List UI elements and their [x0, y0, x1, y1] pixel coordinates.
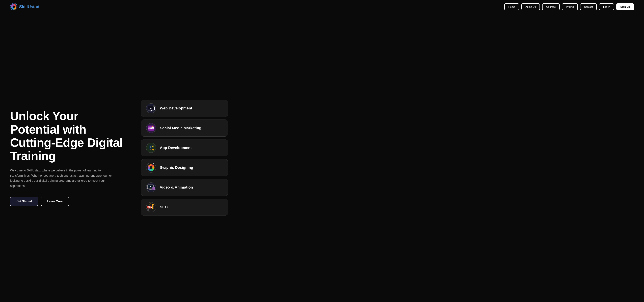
seo-icon: SEO	[146, 202, 156, 213]
svg-point-33	[150, 166, 152, 169]
svg-point-58	[147, 209, 149, 211]
logo[interactable]: SkillUstad	[10, 3, 40, 10]
svg-point-50	[152, 204, 154, 205]
hero-title: Unlock Your Potential with Cutting-Edge …	[10, 109, 128, 163]
get-started-button[interactable]: Get Started	[10, 197, 38, 206]
course-card-web-dev[interactable]: </> Web Development	[141, 100, 228, 117]
svg-point-1	[12, 5, 15, 8]
web-dev-label: Web Development	[160, 106, 192, 110]
app-dev-icon	[146, 142, 156, 153]
svg-rect-53	[153, 206, 154, 206]
hero-buttons: Get Started Learn More	[10, 197, 128, 206]
svg-point-61	[150, 204, 150, 205]
svg-rect-54	[152, 208, 153, 209]
app-dev-label: App Development	[160, 146, 192, 150]
svg-rect-11	[154, 107, 154, 107]
web-dev-icon: </>	[146, 103, 156, 114]
hero-section: Unlock Your Potential with Cutting-Edge …	[0, 13, 644, 302]
navbar: SkillUstad Home About Us Courses Pricing…	[0, 0, 644, 13]
svg-rect-45	[153, 188, 153, 189]
nav-pricing[interactable]: Pricing	[562, 3, 578, 10]
smm-icon: SOCIAL MEDIA SMM	[146, 123, 156, 133]
logo-icon	[10, 3, 18, 10]
svg-rect-43	[153, 187, 153, 188]
svg-point-26	[152, 149, 154, 150]
learn-more-button[interactable]: Learn More	[41, 197, 69, 206]
course-card-video[interactable]: Video & Animation	[141, 179, 228, 196]
svg-rect-44	[154, 187, 154, 188]
svg-text:</>: </>	[149, 107, 152, 109]
svg-point-60	[150, 203, 151, 204]
svg-rect-55	[153, 208, 154, 209]
svg-rect-41	[150, 189, 152, 190]
svg-rect-47	[153, 189, 153, 190]
svg-rect-27	[153, 150, 154, 151]
course-card-smm[interactable]: SOCIAL MEDIA SMM Social Media Marketing	[141, 119, 228, 137]
course-card-app-dev[interactable]: App Development	[141, 139, 228, 156]
nav-about[interactable]: About Us	[522, 3, 540, 10]
nav-contact[interactable]: Contact	[580, 3, 597, 10]
graphic-icon	[146, 162, 156, 173]
smm-label: Social Media Marketing	[160, 126, 202, 130]
svg-text:SEO: SEO	[148, 206, 152, 208]
svg-rect-48	[154, 189, 154, 190]
svg-rect-7	[150, 111, 152, 111]
graphic-label: Graphic Designing	[160, 165, 193, 170]
svg-point-23	[150, 149, 151, 149]
course-card-seo[interactable]: SEO SEO	[141, 199, 228, 216]
nav-links: Home About Us Courses Pricing Contact Lo…	[504, 3, 634, 10]
svg-text:SMM: SMM	[150, 127, 154, 129]
seo-label: SEO	[160, 205, 168, 209]
nav-home[interactable]: Home	[504, 3, 519, 10]
video-icon	[146, 182, 156, 193]
video-label: Video & Animation	[160, 185, 193, 190]
svg-rect-13	[154, 106, 155, 106]
hero-left: Unlock Your Potential with Cutting-Edge …	[10, 109, 128, 206]
hero-description: Welcome to SkillUstad, where we believe …	[10, 168, 114, 188]
svg-point-24	[152, 145, 154, 148]
course-card-graphic[interactable]: Graphic Designing	[141, 159, 228, 176]
login-button[interactable]: Log in	[599, 3, 614, 10]
svg-rect-46	[154, 188, 154, 189]
nav-courses[interactable]: Courses	[542, 3, 560, 10]
svg-rect-12	[152, 106, 153, 106]
svg-point-62	[152, 203, 152, 204]
course-list: </> Web Development	[141, 100, 228, 216]
signup-button[interactable]: Sign Up	[616, 3, 634, 10]
logo-text: SkillUstad	[19, 4, 40, 9]
svg-rect-10	[154, 105, 154, 106]
